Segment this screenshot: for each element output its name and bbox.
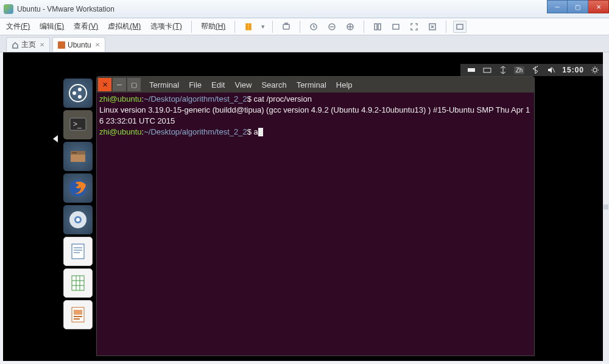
window-title: Ubuntu - VMware Workstation [17,5,114,13]
term-menu-search[interactable]: Search [259,79,289,91]
tab-close-icon[interactable]: ✕ [95,41,100,48]
separator [300,21,300,33]
vm-viewport[interactable]: Zh 15:00 >_ [3,52,606,361]
svg-rect-9 [393,24,399,29]
term-menu-view[interactable]: View [232,79,254,91]
menu-vm[interactable]: 虚拟机(M) [105,20,143,33]
svg-point-17 [69,85,86,102]
volume-icon[interactable] [546,65,556,75]
pause-icon[interactable] [242,21,255,33]
network-icon[interactable] [498,65,508,75]
input-method-badge[interactable]: Zh [514,66,525,74]
svg-rect-7 [375,24,377,30]
launcher-firefox[interactable] [63,173,93,203]
launcher-terminal[interactable]: >_ [63,110,93,139]
launcher-dash[interactable] [63,79,93,108]
snapshot-icon[interactable] [280,21,293,33]
svg-rect-1 [249,24,251,30]
term-menu-terminal2[interactable]: Terminal [294,79,329,91]
launcher-files[interactable] [63,142,93,171]
terminal-window: ✕ ─ ▢ Terminal File Edit View Search Ter… [96,76,535,356]
launcher-writer[interactable] [63,237,93,266]
app-icon [4,4,13,14]
snapshot-take-icon[interactable] [343,21,357,33]
drive-icon[interactable] [466,65,476,75]
menu-view[interactable]: 查看(V) [71,20,100,33]
window-controls: ─ ▢ ✕ [547,0,609,13]
launcher-active-arrow [53,135,58,142]
svg-rect-41 [74,316,82,317]
view-console-icon[interactable] [389,21,403,33]
svg-rect-3 [285,23,287,24]
launcher-chromium[interactable] [63,205,93,234]
separator [364,21,364,33]
clock[interactable]: 15:00 [562,66,584,74]
svg-rect-25 [72,152,77,153]
windows-titlebar: Ubuntu - VMware Workstation ─ ▢ ✕ [0,0,609,18]
tab-bar: 主页 ✕ Ubuntu ✕ [0,35,609,52]
revert-icon[interactable] [307,21,320,33]
maximize-button[interactable]: ▢ [568,0,588,13]
svg-point-19 [78,88,82,91]
tab-ubuntu[interactable]: Ubuntu ✕ [52,37,105,52]
svg-text:>_: >_ [73,120,82,128]
close-button[interactable]: ✕ [588,0,609,13]
terminal-maximize-button[interactable]: ▢ [127,78,141,91]
menu-tabs[interactable]: 选项卡(T) [148,20,184,33]
svg-point-18 [72,91,76,95]
unity-launcher: >_ [60,76,96,329]
menu-bar: 文件(F) 编辑(E) 查看(V) 虚拟机(M) 选项卡(T) 帮助(H) ▼ [0,18,609,35]
launcher-impress[interactable] [63,300,93,329]
minimize-button[interactable]: ─ [547,0,568,13]
svg-point-20 [78,95,82,99]
svg-rect-11 [457,24,463,29]
gear-icon[interactable] [590,65,600,75]
svg-rect-34 [72,276,84,290]
svg-line-15 [552,68,555,72]
launcher-calc[interactable] [63,268,93,298]
terminal-output[interactable]: zhi@ubuntu:~/Desktop/algorithm/test_2_2$… [97,93,534,355]
term-menu-file[interactable]: File [186,79,204,91]
view-single-icon[interactable] [371,21,384,33]
tab-home[interactable]: 主页 ✕ [6,37,50,52]
terminal-titlebar[interactable]: ✕ ─ ▢ Terminal File Edit View Search Ter… [97,77,534,93]
cursor-icon [258,128,263,136]
separator [191,21,192,33]
bluetooth-icon[interactable] [530,65,540,75]
svg-point-16 [593,68,597,72]
menu-help[interactable]: 帮助(H) [199,20,228,33]
svg-rect-12 [468,68,475,72]
svg-point-29 [76,218,80,222]
svg-rect-42 [74,318,80,320]
vm-icon [58,41,65,49]
fullscreen-icon[interactable] [407,21,421,33]
term-menu-help[interactable]: Help [334,79,355,91]
terminal-minimize-button[interactable]: ─ [113,78,126,91]
keyboard-icon[interactable] [482,65,492,75]
tab-label: 主页 [21,40,36,50]
home-icon [12,41,19,49]
svg-rect-24 [71,155,85,162]
term-menu-edit[interactable]: Edit [209,79,227,91]
svg-rect-8 [378,24,381,30]
svg-rect-30 [72,244,84,259]
separator [446,21,446,33]
dropdown-icon[interactable]: ▼ [260,24,266,30]
terminal-close-button[interactable]: ✕ [98,78,111,91]
svg-rect-13 [484,68,491,72]
svg-rect-2 [283,24,289,29]
separator [272,21,273,33]
thumbnail-icon[interactable] [453,21,466,33]
menu-file[interactable]: 文件(F) [4,20,32,33]
tab-close-icon[interactable]: ✕ [40,41,44,48]
separator [234,21,235,33]
terminal-menubar: Terminal File Edit View Search Terminal … [147,79,355,91]
term-menu-terminal[interactable]: Terminal [147,79,181,91]
menu-edit[interactable]: 编辑(E) [37,20,66,33]
snapshot-mgr-icon[interactable] [325,21,339,33]
ubuntu-top-panel: Zh 15:00 [460,64,606,76]
scroll-thumb[interactable] [604,205,608,209]
svg-rect-0 [246,24,248,30]
unity-icon[interactable] [426,21,439,33]
scrollbar[interactable] [603,52,609,362]
